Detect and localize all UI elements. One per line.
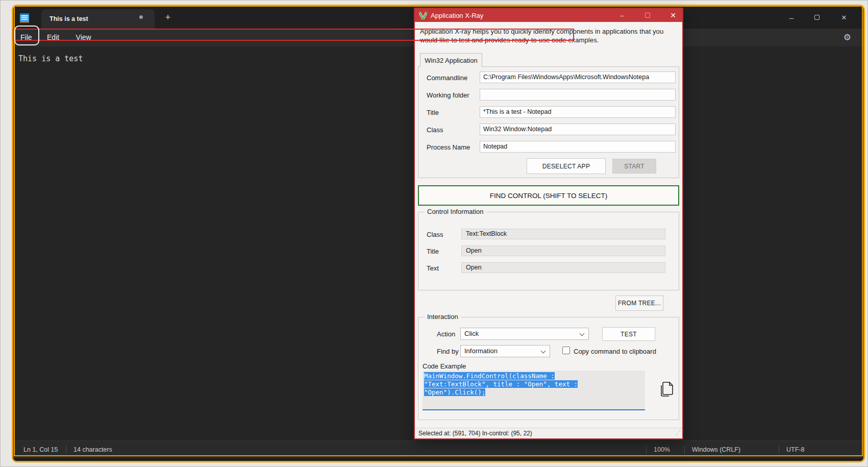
notepad-app-icon [19,12,30,24]
status-encoding[interactable]: UTF-8 [786,441,804,459]
notepad-statusbar: Ln 1, Col 15 14 characters 100% Windows … [13,440,863,458]
commandline-label: Commandline [427,74,467,82]
settings-gear-icon[interactable]: ⚙ [844,29,851,46]
menu-edit[interactable]: Edit [47,29,59,46]
ci-class-label: Class [427,231,443,238]
xray-statusbar: Selected at: (591, 704) In-control: (95,… [415,428,682,438]
control-information-legend: Control Information [425,208,486,215]
menu-file[interactable]: File [20,29,32,46]
process-name-field[interactable]: Notepad [480,141,676,153]
deselect-app-button[interactable]: DESELECT APP [527,158,606,174]
commandline-field[interactable]: C:\Program Files\WindowsApps\Microsoft.W… [480,71,676,83]
editor-text: This is a test [18,54,83,63]
working-folder-field[interactable] [480,89,676,101]
code-line: MainWindow.FindControl(className : [424,372,645,380]
code-example-area[interactable]: MainWindow.FindControl(className : "Text… [423,371,645,410]
code-line: "Open").Click(); [424,388,645,397]
from-tree-button[interactable]: FROM TREE... [615,296,663,311]
title-field[interactable]: *This is a test - Notepad [480,106,676,118]
process-name-label: Process Name [427,143,470,151]
notepad-maximize-button[interactable] [806,9,828,26]
notepad-bottom-edge [13,458,863,461]
interaction-legend: Interaction [425,313,461,321]
find-control-button[interactable]: FIND CONTROL (SHIFT TO SELECT) [418,185,679,206]
copy-to-clipboard-icon[interactable] [658,380,675,398]
status-divider [66,446,66,454]
status-divider [779,446,779,454]
status-zoom[interactable]: 100% [654,441,670,459]
selected-at-status: Selected at: (591, 704) In-control: (95,… [418,430,532,437]
tab-this-is-a-test[interactable]: This is a test [41,9,155,29]
class-label: Class [427,126,443,134]
title-label: Title [427,109,439,116]
action-label: Action [437,330,455,338]
ci-title-label: Title [427,248,439,255]
xray-close-button[interactable]: ✕ [663,9,683,22]
xray-titlebar[interactable]: Application X-Ray – ✕ [415,9,682,22]
control-information-group: Control Information Class Text:TextBlock… [418,212,679,290]
chevron-down-icon [541,349,546,354]
xray-minimize-button[interactable]: – [612,9,632,22]
ci-title-field: Open [461,245,665,256]
xray-window-title: Application X-Ray [431,12,483,19]
maximize-icon [645,13,650,18]
status-char-count: 14 characters [73,441,112,459]
working-folder-label: Working folder [427,91,469,99]
maximize-icon [814,15,820,20]
class-field[interactable]: Win32 Window:Notepad [480,124,676,135]
ci-text-field: Open [461,262,665,273]
status-divider [646,446,647,454]
xray-maximize-button[interactable] [637,9,658,22]
resize-grip[interactable]: ⋰ [675,428,681,438]
status-line-ending[interactable]: Windows (CRLF) [692,441,740,459]
notepad-close-button[interactable]: ✕ [833,9,855,26]
ci-class-field: Text:TextBlock [461,229,665,239]
start-button[interactable]: START [612,159,656,174]
chevron-down-icon [580,331,585,336]
find-by-label: Find by [437,348,459,355]
ci-text-label: Text [427,264,439,272]
find-by-value: Information [464,347,498,355]
tab-title: This is a test [49,15,88,22]
xray-window: Application X-Ray – ✕ Application X-ray … [414,8,683,439]
copy-command-checkbox[interactable] [562,347,570,354]
menu-view[interactable]: View [76,29,91,46]
tab-win32-application[interactable]: Win32 Application [420,53,482,67]
desktop: This is a test + – ✕ File Edit View ⚙ Th… [0,0,868,467]
unsaved-dot-icon [139,15,143,19]
copy-command-label: Copy command to clipboard [574,348,656,355]
interaction-group: Interaction Action Click TEST Find by In… [418,317,679,420]
find-by-select[interactable]: Information [460,345,550,357]
code-line: "Text:TextBlock", title : "Open", text : [424,380,645,388]
new-tab-button[interactable]: + [160,10,176,24]
code-example-label: Code Example [423,362,466,370]
notepad-minimize-button[interactable]: – [780,9,803,26]
win32-application-panel: Commandline C:\Program Files\WindowsApps… [418,66,679,178]
action-value: Click [464,330,479,337]
xray-description: Application X-ray helps you to quickly i… [420,27,676,44]
action-select[interactable]: Click [460,328,589,340]
xray-logo-icon [419,12,427,19]
status-divider [684,446,685,454]
status-cursor-position: Ln 1, Col 15 [23,441,58,459]
test-button[interactable]: TEST [602,327,655,341]
